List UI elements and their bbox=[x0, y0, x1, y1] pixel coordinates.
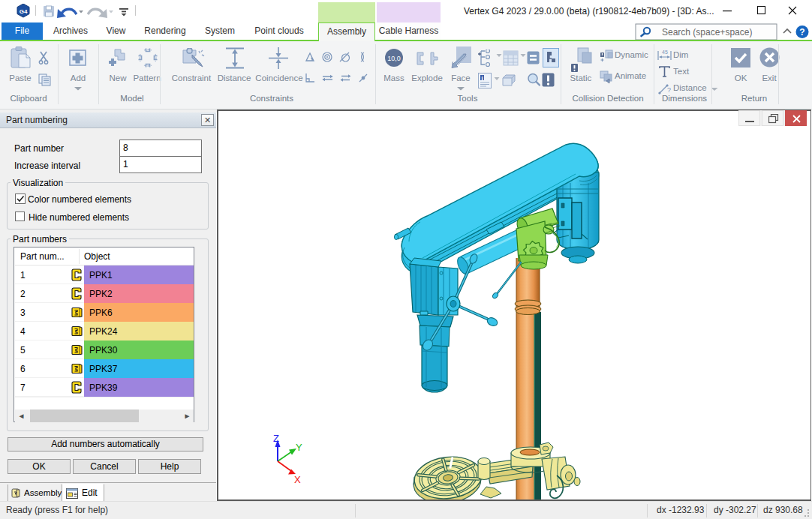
svg-text:Search (space+space): Search (space+space) bbox=[662, 27, 752, 38]
svg-text:Z: Z bbox=[273, 433, 279, 444]
svg-text:G4: G4 bbox=[20, 8, 28, 15]
svg-text:?: ? bbox=[799, 27, 804, 38]
svg-text:X: X bbox=[294, 474, 301, 485]
svg-text:Y: Y bbox=[296, 442, 302, 453]
